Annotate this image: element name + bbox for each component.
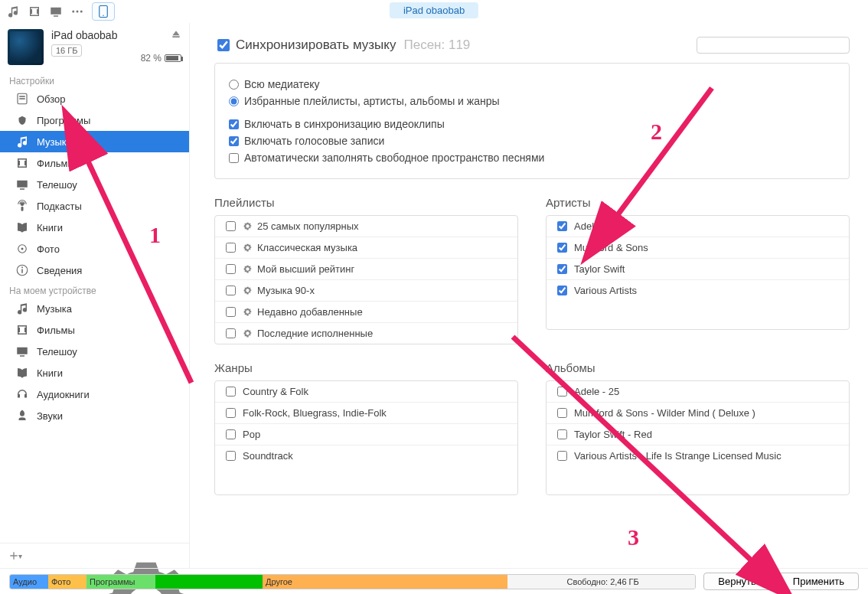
list-item-checkbox[interactable] bbox=[226, 243, 236, 253]
list-item-checkbox[interactable] bbox=[557, 408, 567, 418]
photo-icon bbox=[15, 242, 29, 256]
sidebar-item-label: Музыка bbox=[37, 136, 72, 148]
check-autofill[interactable]: Автоматически заполнять свободное простр… bbox=[229, 149, 835, 166]
apply-button[interactable]: Применить bbox=[778, 573, 859, 590]
book-icon bbox=[15, 220, 29, 234]
check-autofill-label: Автоматически заполнять свободное простр… bbox=[244, 152, 544, 164]
check-include-videos[interactable]: Включать в синхронизацию видеоклипы bbox=[229, 116, 835, 132]
add-playlist-button[interactable]: ▾ bbox=[8, 550, 22, 562]
list-item-checkbox[interactable] bbox=[226, 328, 236, 338]
list-item[interactable]: Музыка 90-х bbox=[215, 279, 517, 301]
list-item[interactable]: Taylor Swift - Red bbox=[547, 423, 849, 445]
list-item-label: Soundtrack bbox=[243, 450, 293, 462]
gear-icon[interactable] bbox=[31, 548, 47, 563]
list-item-label: Мой высший рейтинг bbox=[257, 263, 354, 275]
list-item[interactable]: Pop bbox=[215, 423, 517, 445]
dots-icon[interactable] bbox=[70, 5, 84, 18]
sidebar-item[interactable]: Звуки bbox=[0, 405, 189, 426]
device-name-label: iPad obaobab bbox=[51, 29, 181, 41]
music-icon bbox=[15, 135, 29, 148]
list-item[interactable]: Taylor Swift bbox=[547, 258, 849, 279]
list-item[interactable]: Последние исполненные bbox=[215, 322, 517, 344]
tv-icon[interactable] bbox=[49, 5, 63, 18]
list-item-checkbox[interactable] bbox=[557, 387, 567, 397]
list-item-checkbox[interactable] bbox=[226, 451, 236, 461]
list-item[interactable]: Various Artists - Life Is Strange Licens… bbox=[547, 445, 849, 466]
sidebar-item-label: Подкасты bbox=[37, 201, 82, 212]
list-item-checkbox[interactable] bbox=[557, 221, 567, 231]
list-item-checkbox[interactable] bbox=[226, 307, 236, 317]
battery-percent-label: 82 % bbox=[141, 53, 162, 64]
radio-all-library[interactable]: Всю медиатеку bbox=[229, 76, 835, 93]
eject-icon[interactable] bbox=[171, 29, 181, 40]
list-item[interactable]: Soundtrack bbox=[215, 445, 517, 466]
list-item-label: 25 самых популярных bbox=[257, 220, 359, 232]
sidebar-item[interactable]: Фильмы bbox=[0, 319, 189, 341]
device-thumbnail bbox=[8, 29, 44, 65]
sidebar-item[interactable]: Обзор bbox=[0, 88, 189, 109]
sidebar-item-label: Аудиокниги bbox=[37, 389, 90, 400]
sidebar-item[interactable]: Фильмы bbox=[0, 152, 189, 174]
list-item-checkbox[interactable] bbox=[226, 286, 236, 295]
list-item[interactable]: Various Artists bbox=[547, 279, 849, 301]
list-item-checkbox[interactable] bbox=[226, 408, 236, 418]
list-item[interactable]: Классическая музыка bbox=[215, 237, 517, 258]
list-item-checkbox[interactable] bbox=[557, 243, 567, 253]
check-include-voice[interactable]: Включать голосовые записи bbox=[229, 132, 835, 149]
sidebar-item-label: Фото bbox=[37, 243, 60, 255]
sidebar-item-label: Звуки bbox=[37, 410, 63, 422]
list-item[interactable]: Folk-Rock, Bluegrass, Indie-Folk bbox=[215, 402, 517, 423]
film-icon[interactable] bbox=[28, 5, 41, 18]
content-pane: Синхронизировать музыку Песен: 119 Всю м… bbox=[190, 23, 868, 568]
list-item-checkbox[interactable] bbox=[557, 264, 567, 274]
sync-music-checkbox[interactable] bbox=[217, 39, 230, 51]
capacity-seg-audio: Аудио bbox=[10, 575, 48, 589]
list-item[interactable]: Adele - 25 bbox=[547, 381, 849, 402]
sidebar-item[interactable]: Музыка bbox=[0, 298, 189, 319]
list-item[interactable]: Мой высший рейтинг bbox=[215, 258, 517, 279]
device-tab[interactable] bbox=[92, 2, 115, 21]
list-item-label: Adele bbox=[574, 220, 599, 232]
list-item[interactable]: Недавно добавленные bbox=[215, 301, 517, 322]
film-icon bbox=[15, 323, 29, 337]
sync-music-title: Синхронизировать музыку bbox=[236, 38, 396, 53]
list-item-label: Pop bbox=[243, 429, 260, 440]
revert-button[interactable]: Вернуть bbox=[703, 573, 771, 590]
device-header: iPad obaobab 16 ГБ 82 % bbox=[0, 23, 189, 71]
sidebar-item[interactable]: Подкасты bbox=[0, 195, 189, 217]
podcast-icon bbox=[15, 199, 29, 213]
list-item[interactable]: Mumford & Sons bbox=[547, 237, 849, 258]
list-item[interactable]: Mumford & Sons - Wilder Mind ( Deluxe ) bbox=[547, 402, 849, 423]
sidebar-item[interactable]: Телешоу bbox=[0, 341, 189, 362]
music-icon[interactable] bbox=[6, 5, 20, 18]
sidebar-item[interactable]: Программы bbox=[0, 109, 189, 131]
list-item-checkbox[interactable] bbox=[226, 429, 236, 439]
sidebar-item-label: Книги bbox=[37, 367, 63, 379]
list-item-checkbox[interactable] bbox=[557, 286, 567, 295]
list-item-checkbox[interactable] bbox=[226, 387, 236, 397]
list-item[interactable]: 25 самых популярных bbox=[215, 216, 517, 237]
search-input[interactable] bbox=[697, 37, 850, 54]
sidebar-item[interactable]: Телешоу bbox=[0, 174, 189, 195]
list-item-checkbox[interactable] bbox=[226, 221, 236, 231]
list-item-checkbox[interactable] bbox=[226, 264, 236, 274]
sidebar-item[interactable]: Аудиокниги bbox=[0, 383, 189, 405]
sidebar-item[interactable]: Книги bbox=[0, 362, 189, 383]
sidebar-item[interactable]: Сведения bbox=[0, 259, 189, 281]
sidebar-item[interactable]: Музыка bbox=[0, 131, 189, 152]
list-item[interactable]: Country & Folk bbox=[215, 381, 517, 402]
list-item-checkbox[interactable] bbox=[557, 429, 567, 439]
apps-icon bbox=[15, 113, 29, 127]
radio-selected[interactable]: Избранные плейлисты, артисты, альбомы и … bbox=[229, 93, 835, 109]
list-item-label: Классическая музыка bbox=[257, 242, 357, 253]
tones-icon bbox=[15, 409, 29, 423]
list-item-label: Taylor Swift - Red bbox=[574, 429, 652, 440]
battery-icon bbox=[165, 54, 181, 62]
list-item-checkbox[interactable] bbox=[557, 451, 567, 461]
list-item[interactable]: Adele bbox=[547, 216, 849, 237]
sidebar-item-label: Программы bbox=[37, 115, 90, 126]
sidebar-item-label: Фильмы bbox=[37, 158, 75, 169]
sidebar-section-settings: Настройки bbox=[0, 71, 189, 88]
top-toolbar: iPad obaobab bbox=[0, 0, 868, 23]
albums-title: Альбомы bbox=[546, 361, 850, 374]
